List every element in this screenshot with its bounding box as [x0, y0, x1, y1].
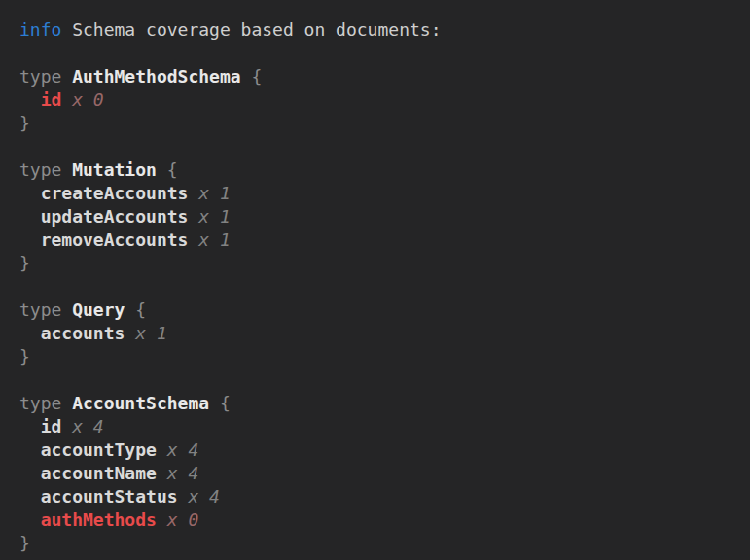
field-name: id — [41, 88, 62, 112]
field-name: accounts — [41, 322, 125, 345]
field-count: x 1 — [198, 182, 231, 205]
type-block-accountschema: typeAccountSchema{ idx 4 accountTypex 4 … — [19, 392, 742, 555]
type-name: AccountSchema — [72, 392, 209, 415]
field-line: accountTypex 4 — [19, 438, 742, 462]
field-name: createAccounts — [41, 182, 189, 205]
type-block-authmethodschema: typeAuthMethodSchema{ idx 0 } — [19, 65, 742, 135]
field-name: accountType — [41, 438, 157, 462]
open-brace: { — [167, 158, 178, 182]
field-line: idx 0 — [19, 88, 742, 112]
field-line: createAccountsx 1 — [19, 182, 742, 205]
close-brace-line: } — [19, 532, 742, 555]
type-name: AuthMethodSchema — [72, 65, 240, 88]
close-brace-line: } — [19, 345, 742, 368]
type-keyword: type — [19, 65, 61, 88]
field-count: x 1 — [198, 228, 231, 252]
field-line: accountNamex 4 — [19, 462, 742, 485]
close-brace-line: } — [19, 112, 742, 135]
field-line: updateAccountsx 1 — [19, 205, 742, 228]
field-count: x 1 — [198, 205, 231, 228]
field-name: updateAccounts — [41, 205, 189, 228]
field-name: accountName — [41, 462, 157, 485]
type-declaration-line: typeAccountSchema{ — [19, 392, 742, 415]
type-block-mutation: typeMutation{ createAccountsx 1 updateAc… — [19, 158, 742, 275]
field-name: authMethods — [41, 508, 157, 532]
open-brace: { — [251, 65, 262, 88]
type-declaration-line: typeMutation{ — [19, 158, 742, 182]
info-line: infoSchema coverage based on documents: — [19, 18, 742, 42]
field-line: accountsx 1 — [19, 322, 742, 345]
field-count: x 1 — [135, 322, 167, 345]
field-name: removeAccounts — [41, 228, 189, 252]
field-count: x 4 — [188, 485, 220, 508]
field-count: x 4 — [72, 415, 104, 438]
type-keyword: type — [19, 392, 61, 415]
close-brace-line: } — [19, 252, 742, 275]
open-brace: { — [135, 298, 146, 322]
type-keyword: type — [19, 298, 61, 322]
field-count: x 0 — [72, 88, 104, 112]
open-brace: { — [220, 392, 231, 415]
info-label: info — [19, 18, 61, 42]
field-count: x 0 — [167, 508, 199, 532]
type-declaration-line: typeAuthMethodSchema{ — [19, 65, 742, 88]
close-brace: } — [19, 112, 30, 135]
close-brace: } — [19, 345, 30, 368]
field-line: accountStatusx 4 — [19, 485, 742, 508]
field-line: removeAccountsx 1 — [19, 228, 742, 252]
terminal-output: infoSchema coverage based on documents: … — [0, 0, 750, 560]
close-brace: } — [19, 252, 30, 275]
field-count: x 4 — [167, 462, 199, 485]
field-name: id — [41, 415, 62, 438]
type-keyword: type — [19, 158, 61, 182]
type-block-query: typeQuery{ accountsx 1 } — [19, 298, 742, 368]
close-brace: } — [19, 532, 30, 555]
coverage-message: Schema coverage based on documents: — [72, 18, 441, 42]
field-line: authMethodsx 0 — [19, 508, 742, 532]
type-name: Query — [72, 298, 125, 322]
field-name: accountStatus — [41, 485, 178, 508]
field-count: x 4 — [167, 438, 199, 462]
type-name: Mutation — [72, 158, 157, 182]
field-line: idx 4 — [19, 415, 742, 438]
type-declaration-line: typeQuery{ — [19, 298, 742, 322]
